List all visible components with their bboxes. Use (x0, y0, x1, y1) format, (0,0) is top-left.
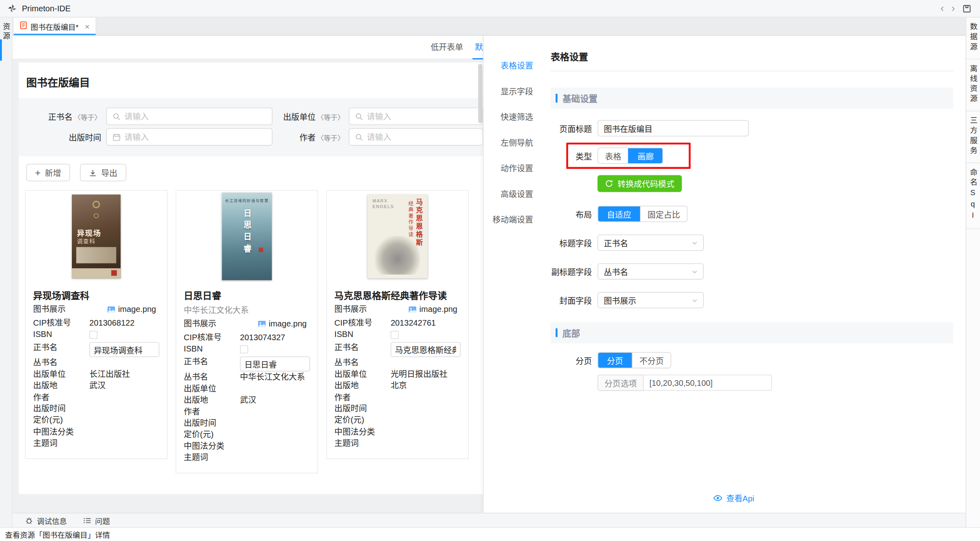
gallery-card[interactable]: MARX ENGELS 马克思恩格斯 经典著作导读 马克思恩格斯经典著作导读 (326, 190, 469, 459)
search-input-author[interactable] (349, 128, 483, 145)
refresh-icon (605, 179, 613, 187)
field-value: 2013068122 (89, 318, 159, 329)
field-label: 出版时间 (33, 403, 89, 415)
page-options-input[interactable] (644, 375, 772, 391)
card-field-row: 出版时间 (33, 403, 159, 415)
field-value: 中华长江文化大系 (240, 372, 310, 383)
card-field-row: 主题词 (334, 438, 461, 449)
history-back-icon[interactable]: ‹ (940, 3, 944, 14)
editor-tab[interactable]: 图书在版编目* × (14, 17, 97, 35)
history-forward-icon[interactable]: › (951, 3, 955, 14)
publish-date-input[interactable] (106, 128, 273, 145)
scrollbar-thumb[interactable] (478, 64, 483, 123)
pagination-option-unpaged[interactable]: 不分页 (632, 353, 671, 368)
nav-left-navigation[interactable]: 左侧导航 (484, 130, 543, 156)
add-button[interactable]: + 新增 (26, 164, 70, 181)
field-label: 定价(元) (334, 415, 390, 426)
card-field-row: 正书名 (184, 357, 310, 372)
editor-tab-label: 图书在版编目* (31, 21, 79, 32)
field-input[interactable] (390, 342, 460, 357)
gallery-card[interactable]: 异现场 调查科 异现场调查科 (25, 190, 168, 459)
card-field-row: 出版地 武汉 (184, 395, 310, 406)
search-input-publisher[interactable] (349, 107, 483, 125)
image-icon (408, 305, 417, 314)
search-label: 出版单位〈等于〉 (273, 110, 344, 122)
gallery-card[interactable]: 长江流域的妙语与智慧 日思日睿 日思日睿 中华长江文化大系 (176, 190, 318, 474)
field-value (390, 329, 460, 342)
card-field-row: 丛书名 (33, 357, 159, 368)
field-input[interactable] (89, 342, 159, 357)
field-label: 出版单位 (33, 369, 89, 380)
type-option-table[interactable]: 表格 (598, 148, 628, 163)
nav-quick-filter[interactable]: 快速筛选 (484, 104, 543, 130)
resources-panel-tab[interactable]: 资源 (1, 23, 11, 41)
field-label: 出版时间 (334, 403, 390, 415)
layout-option-adaptive[interactable]: 自适应 (598, 206, 640, 221)
preview-tab-lowcode-form[interactable]: 低开表单 (430, 36, 463, 59)
field-value (390, 342, 460, 357)
pagination-label: 分页 (551, 354, 592, 366)
search-input-title[interactable] (106, 107, 273, 125)
problems-button[interactable]: 问题 (83, 515, 110, 526)
preview-tab-default[interactable]: 默认 (475, 36, 483, 59)
close-icon[interactable]: × (85, 21, 90, 31)
right-sidebar-strip: 数据源 离线资源 三方服务 命名Sql (965, 17, 980, 527)
isbn-checkbox[interactable] (390, 331, 399, 339)
settings-header: 表格设置 (551, 36, 953, 71)
save-icon[interactable] (963, 4, 972, 13)
isbn-checkbox[interactable] (240, 345, 248, 353)
card-field-row: 出版单位 长江出版社 (33, 369, 159, 380)
card-field-row: 出版单位 (184, 383, 310, 395)
type-option-gallery[interactable]: 画廊 (628, 148, 663, 163)
bottom-toolbar: 调试信息 问题 (0, 513, 965, 527)
page-title-input[interactable] (598, 120, 749, 136)
layout-option-fixed[interactable]: 固定占比 (640, 206, 687, 221)
settings-content: 表格设置 基础设置 页面标题 类型 表格 画廊 (543, 36, 965, 513)
page-title: 图书在版编目 (19, 63, 483, 98)
debug-info-button[interactable]: 调试信息 (25, 515, 67, 526)
cover-field-label: 封面字段 (551, 294, 592, 306)
bottom-settings-section: 底部 (551, 322, 953, 343)
right-strip-tab[interactable]: 数据源 (966, 17, 980, 59)
chevron-down-icon (691, 297, 698, 303)
active-panel-indicator (0, 40, 2, 61)
basic-settings-section: 基础设置 (551, 88, 953, 109)
subtitle-field-select[interactable]: 丛书名 (598, 263, 704, 280)
field-label: 丛书名 (334, 357, 390, 368)
convert-code-button[interactable]: 转换成代码模式 (598, 175, 682, 192)
nav-advanced-settings[interactable]: 高级设置 (484, 181, 543, 207)
preview-tabbar: 低开表单 默认 (13, 36, 483, 59)
isbn-checkbox[interactable] (89, 331, 97, 339)
nav-action-settings[interactable]: 动作设置 (484, 156, 543, 181)
cover-field-row: 封面字段 图书展示 (551, 292, 953, 308)
card-title: 马克思恩格斯经典著作导读 (334, 288, 461, 302)
view-api-link[interactable]: 查看Api (713, 492, 754, 504)
page-title-label: 页面标题 (551, 122, 592, 134)
card-field-row: 定价(元) (334, 415, 461, 426)
card-field-row: ISBN (33, 329, 159, 342)
field-label: 正书名 (184, 357, 240, 368)
nav-display-fields[interactable]: 显示字段 (484, 79, 543, 104)
debug-icon (25, 516, 33, 524)
chevron-down-icon (691, 239, 698, 246)
titlebar-actions: ‹ › (940, 3, 971, 14)
cover-field-select[interactable]: 图书展示 (598, 292, 704, 308)
section-accent (556, 94, 558, 103)
title-field-select[interactable]: 正书名 (598, 234, 704, 251)
editor-tabbar: 图书在版编目* × (13, 17, 965, 36)
export-button[interactable]: 导出 (80, 164, 126, 181)
form-body: 图书在版编目 正书名〈等于〉 出版单位〈等于〉 (13, 59, 483, 513)
status-text: 查看资源「图书在版编目」详情 (5, 529, 110, 539)
card-field-row: 主题词 (33, 438, 159, 449)
right-strip-tab[interactable]: 命名Sql (966, 163, 980, 229)
right-strip-tab[interactable]: 离线资源 (966, 59, 980, 111)
nav-mobile-settings[interactable]: 移动端设置 (484, 207, 543, 232)
field-label: 主题词 (184, 452, 240, 463)
pagination-option-paged[interactable]: 分页 (598, 353, 632, 368)
right-strip-tab[interactable]: 三方服务 (966, 112, 980, 163)
card-field-row: 定价(元) (33, 415, 159, 426)
field-input[interactable] (240, 357, 310, 372)
nav-table-settings[interactable]: 表格设置 (484, 53, 543, 79)
page-options-group: 分页选项 (598, 375, 772, 391)
field-label: 出版单位 (184, 383, 240, 395)
